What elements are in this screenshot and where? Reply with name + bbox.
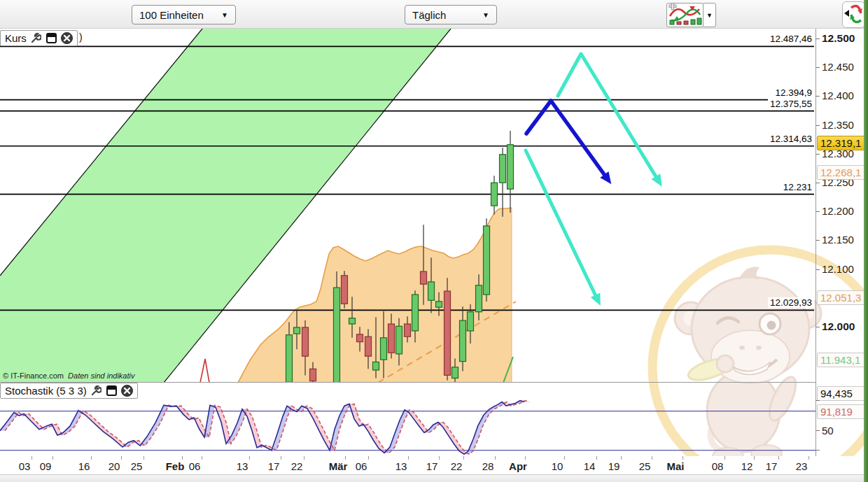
candle-body — [484, 226, 490, 295]
axis-tick-mark — [495, 456, 496, 460]
refresh-icon — [843, 2, 863, 26]
chevron-down-icon: ▼ — [475, 11, 496, 19]
candle-body — [452, 367, 458, 378]
candle-body — [388, 324, 395, 353]
stoch-axis-tick: 50 — [822, 425, 834, 437]
cyan-projection-arrow — [526, 150, 598, 300]
date-axis-label: 28 — [482, 460, 494, 472]
horizontal-scrollbar[interactable] — [0, 474, 864, 482]
candle-body — [476, 285, 482, 312]
date-axis-label: 09 — [40, 460, 52, 472]
close-icon[interactable] — [121, 385, 133, 397]
axis-tick-mark — [525, 456, 526, 460]
stochastic-indicator-label: Stochastik (5 3 3) — [5, 385, 87, 397]
price-axis-tick: 12.100 — [822, 263, 854, 275]
price-axis-tick: 12.200 — [822, 205, 854, 217]
date-axis-label: 17 — [766, 460, 778, 472]
candle-body — [310, 369, 316, 381]
date-axis-label: Mai — [666, 460, 684, 472]
window-icon[interactable] — [46, 32, 57, 44]
axis-tick-mark — [754, 456, 755, 460]
chart-style-icon — [667, 3, 702, 25]
date-axis-label: 12 — [741, 460, 753, 472]
units-dropdown[interactable]: 100 Einheiten ▼ — [132, 5, 236, 24]
date-axis-label: 16 — [78, 460, 90, 472]
price-axis-tick: 12.400 — [822, 90, 854, 101]
axis-tick-mark — [463, 456, 464, 460]
date-axis-label: 25 — [639, 460, 651, 472]
price-level-label: 12.314,63 — [768, 134, 814, 144]
candle-body — [507, 145, 514, 189]
wrench-icon[interactable] — [30, 32, 42, 44]
candle-body — [500, 155, 506, 183]
axis-tick-mark — [249, 456, 250, 460]
stoch-band-fill — [368, 432, 378, 440]
date-axis-label: 19 — [608, 460, 620, 472]
price-level-label: 12.487,46 — [768, 34, 814, 44]
stoch-band-fill — [247, 416, 257, 431]
candle-body — [405, 324, 411, 336]
disclaimer-text: Daten sind indikativ — [68, 371, 134, 380]
price-badge: 11.943,1 — [817, 353, 867, 367]
axis-tick-mark — [816, 240, 820, 241]
candle-body — [373, 362, 379, 370]
axis-tick-mark — [596, 456, 597, 460]
date-axis-label: 03 — [19, 460, 31, 472]
candle-body — [428, 282, 435, 300]
axis-tick-mark — [816, 183, 820, 183]
axis-tick-mark — [816, 269, 820, 270]
candle-body — [342, 276, 348, 304]
wrench-icon[interactable] — [90, 385, 102, 397]
axis-tick-mark — [816, 154, 820, 155]
axis-tick-mark — [621, 456, 622, 460]
price-badge: 12.051,3 — [817, 290, 867, 305]
close-icon[interactable] — [61, 32, 73, 44]
axis-tick-mark — [439, 456, 440, 460]
candle-body — [436, 302, 442, 307]
price-badge: 12.319,1 — [817, 136, 867, 150]
axis-tick-mark — [182, 456, 183, 460]
price-axis-tick: 12.000 — [822, 320, 855, 333]
stoch-band-fill — [252, 431, 262, 448]
price-level-label: 12.231 — [781, 182, 814, 192]
candle-body — [334, 288, 340, 383]
candle-body — [286, 335, 293, 383]
axis-tick-mark — [816, 400, 820, 401]
date-axis-label: 25 — [131, 460, 143, 472]
chevron-down-icon: ▼ — [706, 12, 713, 19]
chart-style-button[interactable] — [666, 3, 704, 27]
date-axis-label: Mär — [329, 460, 348, 472]
copyright-note: © IT-Finance.com Daten sind indikativ — [3, 371, 134, 380]
axis-tick-mark — [121, 456, 122, 460]
date-axis-label: 20 — [108, 460, 120, 472]
candle-body — [421, 271, 427, 284]
chevron-down-icon: ▼ — [214, 11, 235, 19]
axis-tick-mark — [816, 38, 820, 39]
price-plot-area[interactable] — [0, 28, 816, 383]
stochastic-indicator-header: Stochastik (5 3 3) — [0, 383, 138, 399]
axis-tick-mark — [368, 456, 369, 460]
chart-style-dropdown[interactable]: ▼ — [703, 3, 716, 27]
price-axis-tick: 12.450 — [822, 61, 854, 73]
refresh-button[interactable] — [842, 1, 865, 28]
timeframe-dropdown[interactable]: Täglich ▼ — [405, 5, 497, 24]
axis-tick-mark — [816, 125, 820, 126]
stoch-band-fill — [335, 416, 344, 430]
date-axis-label: 13 — [396, 460, 407, 472]
price-axis-tick: 12.350 — [822, 119, 854, 131]
price-axis-tick: 12.500 — [822, 32, 855, 45]
date-axis[interactable]: 0309162025Feb06131722Mär0613172228Apr101… — [0, 456, 864, 474]
axis-tick-mark — [816, 67, 820, 68]
price-chart-svg — [0, 29, 816, 383]
stoch-band-fill — [390, 433, 400, 447]
candle-body — [460, 320, 466, 362]
price-badge: 12.268,1 — [817, 165, 867, 180]
window-icon[interactable] — [106, 385, 118, 397]
date-axis-label: 22 — [291, 460, 303, 472]
axis-tick-mark — [202, 456, 202, 460]
date-axis-label: Feb — [166, 460, 185, 472]
axis-tick-mark — [816, 327, 820, 327]
stoch-band-fill — [473, 425, 483, 439]
date-axis-label: 06 — [356, 460, 368, 472]
date-axis-label: 14 — [584, 460, 596, 472]
